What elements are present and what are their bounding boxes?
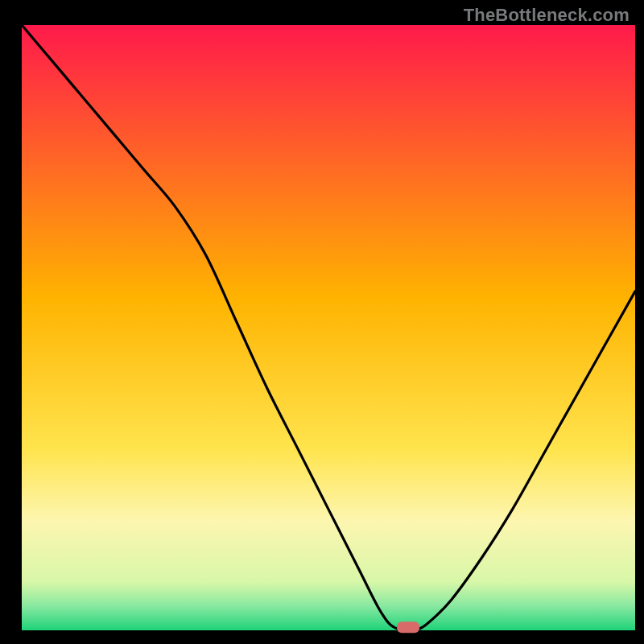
chart-container: { "watermark": "TheBottleneck.com", "cha… bbox=[0, 0, 644, 644]
optimal-point-marker bbox=[397, 621, 419, 633]
plot-background bbox=[22, 25, 635, 630]
watermark-text: TheBottleneck.com bbox=[464, 5, 630, 26]
bottleneck-chart bbox=[0, 0, 644, 644]
